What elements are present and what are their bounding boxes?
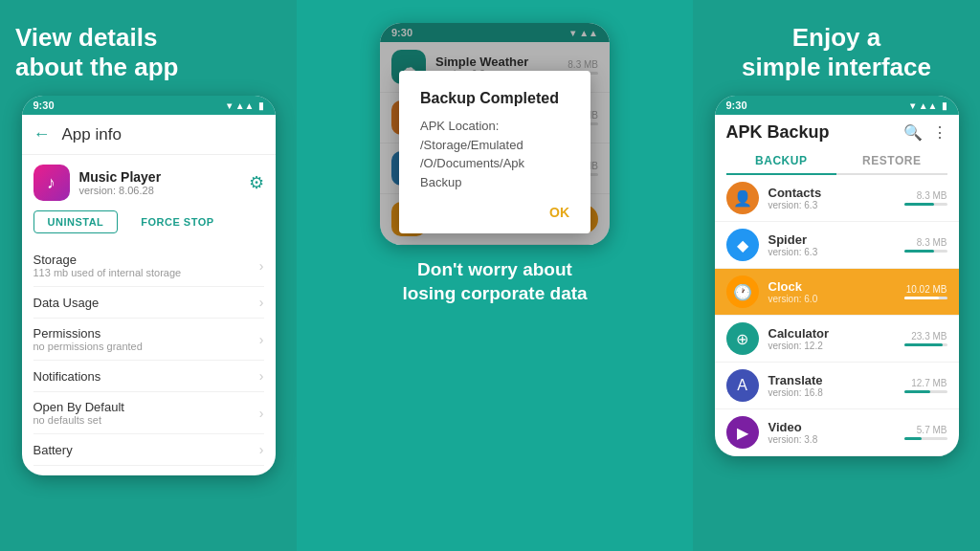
size-label: 8.3 MB <box>904 190 947 201</box>
right-battery-icon: ▮ <box>942 100 947 111</box>
middle-section: 9:30 ▾ ▲▲ ☁ Simple Weather version: 6.3 … <box>297 0 693 551</box>
mini-bar <box>904 297 947 299</box>
info-row[interactable]: Storage 113 mb used of internal storage … <box>33 245 264 287</box>
left-headline: View details about the app <box>15 23 281 82</box>
info-row-content: Open By Default no defaults set <box>33 400 124 426</box>
app-info-content: ♪ Music Player version: 8.06.28 ⚙ UNINST… <box>22 155 276 475</box>
size-label: 23.3 MB <box>904 331 947 342</box>
backup-version: version: 12.2 <box>768 341 895 351</box>
chevron-right-icon: › <box>259 406 264 421</box>
mini-bar-fill <box>904 250 935 253</box>
mini-bar <box>904 437 947 440</box>
dialog-buttons: OK <box>420 205 569 220</box>
size-bar-wrap: 8.3 MB <box>904 237 947 253</box>
backup-version: version: 6.3 <box>768 247 895 257</box>
middle-phone: 9:30 ▾ ▲▲ ☁ Simple Weather version: 6.3 … <box>380 23 610 245</box>
chevron-right-icon: › <box>259 295 264 310</box>
left-status-time: 9:30 <box>33 99 55 111</box>
size-label: 10.02 MB <box>904 284 947 295</box>
battery-icon: ▮ <box>258 100 264 111</box>
info-row-content: Data Usage <box>33 296 100 310</box>
backup-name: Video <box>768 420 895 434</box>
uninstall-button[interactable]: UNINSTAL <box>33 210 119 233</box>
info-label: Open By Default <box>33 400 124 414</box>
right-signal-icon: ▲▲ <box>919 100 938 111</box>
backup-name: Clock <box>768 279 895 294</box>
info-row[interactable]: Open By Default no defaults set › <box>33 392 264 434</box>
apk-title-row: APK Backup 🔍 ⋮ <box>726 122 947 143</box>
right-headline-line1: Enjoy a <box>708 23 965 53</box>
search-icon[interactable]: 🔍 <box>903 123 923 142</box>
backup-item[interactable]: ▶ Video version: 3.8 5.7 MB <box>715 409 959 456</box>
tab-backup[interactable]: BACKUP <box>726 148 837 175</box>
backup-item[interactable]: ◆ Spider version: 6.3 8.3 MB <box>715 222 959 269</box>
backup-version: version: 6.3 <box>768 200 895 210</box>
left-status-bar: 9:30 ▾ ▲▲ ▮ <box>22 96 276 115</box>
backup-item[interactable]: 🕐 Clock version: 6.0 10.02 MB <box>715 269 959 316</box>
info-row[interactable]: Data Usage › <box>33 287 264 319</box>
dialog-body: APK Location: /Storage/Emulated /O/Docum… <box>420 117 569 191</box>
info-row-content: Permissions no permissions granted <box>33 326 143 352</box>
backup-icon: ⊕ <box>726 322 759 355</box>
info-sub: 113 mb used of internal storage <box>33 267 182 278</box>
more-options-icon[interactable]: ⋮ <box>932 123 947 142</box>
chevron-right-icon: › <box>259 258 264 274</box>
right-wifi-icon: ▾ <box>910 100 915 111</box>
size-bar-wrap: 12.7 MB <box>904 378 947 393</box>
info-label: Battery <box>33 443 73 457</box>
middle-bottom-line: losing corporate data <box>402 282 587 306</box>
left-headline-line2: about the app <box>15 53 281 82</box>
backup-info: Contacts version: 6.3 <box>768 186 895 210</box>
info-sub: no defaults set <box>33 414 124 426</box>
mini-bar <box>904 390 947 393</box>
backup-info: Translate version: 16.8 <box>768 373 895 398</box>
info-row[interactable]: Battery › <box>33 434 264 466</box>
mini-bar-fill <box>904 437 922 440</box>
info-row[interactable]: Permissions no permissions granted › <box>33 319 264 361</box>
backup-icon: ◆ <box>726 229 759 261</box>
backup-version: version: 16.8 <box>768 387 895 398</box>
mini-bar-fill <box>904 203 935 206</box>
info-label: Storage <box>33 253 182 267</box>
mini-bar <box>904 203 947 206</box>
music-player-icon: ♪ <box>33 165 70 201</box>
settings-icon[interactable]: ⚙ <box>249 172 264 193</box>
info-row-content: Notifications <box>33 369 101 384</box>
backup-info: Video version: 3.8 <box>768 420 895 445</box>
tab-bar: BACKUP RESTORE <box>726 148 947 175</box>
right-status-icons: ▾ ▲▲ ▮ <box>910 100 947 111</box>
right-status-time: 9:30 <box>726 99 747 111</box>
backup-name: Contacts <box>768 186 895 200</box>
back-button[interactable]: ← <box>33 124 51 144</box>
apk-title: APK Backup <box>726 122 830 143</box>
size-bar-wrap: 5.7 MB <box>904 425 947 440</box>
dialog-ok-button[interactable]: OK <box>549 205 569 220</box>
backup-list: 👤 Contacts version: 6.3 8.3 MB ◆ Spider … <box>715 175 959 456</box>
backup-item[interactable]: A Translate version: 16.8 12.7 MB <box>715 363 959 409</box>
app-info-header: ← App info <box>22 115 276 155</box>
backup-info: Calculator version: 12.2 <box>768 326 895 351</box>
app-action-buttons: UNINSTAL FORCE STOP <box>33 210 264 233</box>
backup-info: Spider version: 6.3 <box>768 232 895 257</box>
left-phone: 9:30 ▾ ▲▲ ▮ ← App info ♪ Music Player ve… <box>22 96 276 475</box>
size-bar-wrap: 10.02 MB <box>904 284 947 299</box>
info-label: Permissions <box>33 326 143 341</box>
info-row[interactable]: Notifications › <box>33 361 264 392</box>
size-label: 12.7 MB <box>904 378 947 388</box>
chevron-right-icon: › <box>259 332 264 347</box>
backup-item[interactable]: ⊕ Calculator version: 12.2 23.3 MB <box>715 316 959 363</box>
apk-header-icons: 🔍 ⋮ <box>903 123 947 142</box>
chevron-right-icon: › <box>259 442 264 457</box>
force-stop-button[interactable]: FORCE STOP <box>127 210 227 233</box>
right-section: Enjoy a simple interface 9:30 ▾ ▲▲ ▮ APK… <box>693 0 980 551</box>
backup-item[interactable]: 👤 Contacts version: 6.3 8.3 MB <box>715 175 959 222</box>
chevron-right-icon: › <box>259 368 264 384</box>
backup-icon: 👤 <box>726 182 759 214</box>
app-name: Music Player <box>79 169 162 185</box>
mini-bar-fill <box>904 297 939 299</box>
tab-restore[interactable]: RESTORE <box>836 148 947 173</box>
left-section: View details about the app 9:30 ▾ ▲▲ ▮ ←… <box>0 0 297 551</box>
right-headline-line2: simple interface <box>708 53 965 82</box>
backup-info: Clock version: 6.0 <box>768 279 895 304</box>
app-name-block: Music Player version: 8.06.28 <box>79 169 162 196</box>
